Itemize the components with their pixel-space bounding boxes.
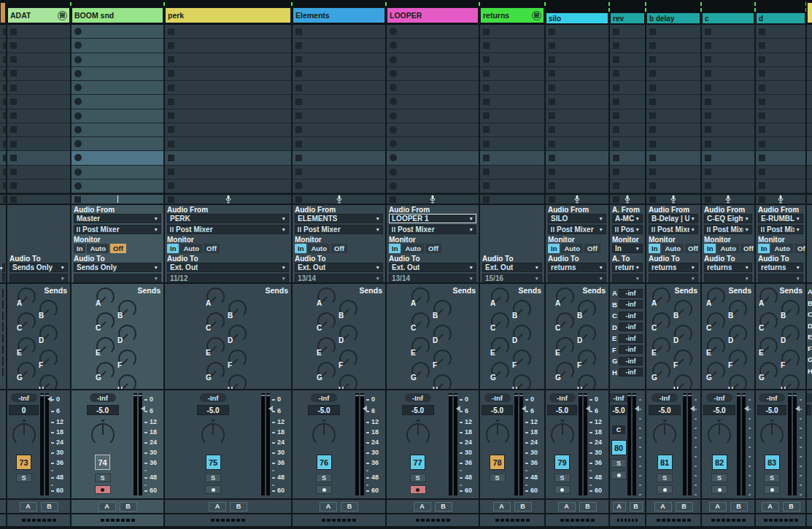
send-knob-F[interactable]: F bbox=[729, 350, 747, 368]
clip-slot[interactable] bbox=[7, 53, 70, 67]
clip-slot[interactable] bbox=[702, 39, 754, 53]
clip-slot[interactable] bbox=[480, 109, 544, 123]
send-knob-H[interactable]: H bbox=[513, 374, 531, 389]
clip-slot[interactable] bbox=[610, 179, 645, 193]
audio-to-chooser[interactable]: Ext. Out▼ bbox=[389, 263, 476, 272]
clip-slot[interactable] bbox=[546, 81, 608, 95]
crossfade-b-button[interactable]: B bbox=[230, 502, 247, 511]
send-knob-G[interactable]: G bbox=[411, 362, 430, 380]
audio-from-chooser[interactable]: SILO▼ bbox=[548, 214, 606, 223]
clip-slot[interactable] bbox=[71, 166, 163, 179]
send-value-field[interactable]: -inf bbox=[619, 368, 643, 377]
send-value-field[interactable]: -inf bbox=[619, 323, 643, 331]
clip-slot[interactable] bbox=[807, 123, 812, 137]
clip-slot[interactable] bbox=[293, 166, 385, 179]
clip-slot[interactable] bbox=[646, 123, 700, 137]
clip-slot[interactable] bbox=[756, 53, 805, 67]
send-knob-A[interactable]: A bbox=[411, 287, 430, 306]
clip-slot[interactable] bbox=[646, 25, 700, 39]
track-activator-button[interactable]: 78 bbox=[490, 455, 505, 470]
send-knob-E[interactable]: E bbox=[411, 337, 430, 355]
record-arm-button[interactable] bbox=[611, 471, 627, 479]
clip-slot[interactable] bbox=[165, 39, 291, 53]
send-knob-B[interactable]: B bbox=[39, 300, 58, 318]
clip-slot[interactable] bbox=[7, 109, 70, 123]
send-knob-H[interactable]: H bbox=[433, 374, 452, 389]
clip-slot[interactable] bbox=[546, 67, 608, 81]
output-channel-chooser[interactable]: ▼ bbox=[548, 274, 606, 282]
send-knob-C[interactable]: C bbox=[652, 312, 670, 331]
crossfade-a-button[interactable]: A bbox=[654, 502, 672, 511]
clip-slot[interactable] bbox=[646, 109, 700, 123]
clip-slot[interactable] bbox=[165, 166, 291, 179]
clip-slot[interactable] bbox=[71, 39, 163, 53]
clip-slot[interactable] bbox=[807, 81, 812, 95]
send-knob-F[interactable]: F bbox=[118, 350, 136, 368]
send-knob-G[interactable]: G bbox=[96, 362, 115, 380]
clip-slot[interactable] bbox=[165, 137, 291, 151]
audio-from-chooser[interactable]: PERK▼ bbox=[167, 214, 289, 223]
stop-clips-row[interactable] bbox=[293, 195, 385, 204]
clip-slot[interactable] bbox=[387, 151, 479, 165]
crossfade-b-button[interactable]: B bbox=[730, 502, 748, 511]
send-value-field[interactable] bbox=[2, 289, 4, 298]
clip-slot[interactable] bbox=[807, 39, 812, 53]
clip-slot[interactable] bbox=[480, 166, 544, 179]
track-activator-button[interactable]: 76 bbox=[317, 455, 332, 470]
send-knob-H[interactable]: H bbox=[39, 374, 58, 389]
clip-slot[interactable] bbox=[480, 25, 544, 39]
audio-from-chooser[interactable]: B-Delay | Ut▼ bbox=[649, 214, 698, 223]
audio-to-chooser[interactable]: Sends Only▼ bbox=[74, 263, 161, 272]
pan-knob[interactable] bbox=[549, 421, 576, 449]
crossfade-a-button[interactable]: A bbox=[493, 502, 511, 511]
track-title-returns[interactable]: returns bbox=[480, 7, 544, 23]
clip-slot[interactable] bbox=[71, 81, 163, 95]
crossfade-a-button[interactable]: A bbox=[613, 502, 626, 511]
monitor-auto-button[interactable]: Auto bbox=[717, 244, 739, 253]
clip-slot[interactable] bbox=[387, 81, 479, 95]
clip-slot[interactable] bbox=[387, 179, 479, 193]
monitor-off-button[interactable]: Off bbox=[110, 244, 126, 253]
send-knob-F[interactable]: F bbox=[781, 350, 800, 368]
volume-fader-marker[interactable] bbox=[456, 406, 460, 412]
clip-slot[interactable] bbox=[807, 166, 812, 179]
clip-slot[interactable] bbox=[387, 53, 479, 67]
solo-button[interactable]: S bbox=[95, 474, 111, 482]
clip-slot[interactable] bbox=[0, 151, 6, 165]
clip-slot[interactable] bbox=[610, 67, 645, 81]
clip-slot[interactable] bbox=[702, 151, 754, 165]
crossfade-b-button[interactable]: B bbox=[783, 502, 800, 511]
group-fold-icon[interactable] bbox=[58, 11, 67, 20]
solo-button[interactable]: S bbox=[205, 474, 221, 482]
send-knob-D[interactable]: D bbox=[729, 325, 747, 343]
volume-field[interactable]: -5.0 bbox=[308, 405, 340, 415]
track-title-silo[interactable]: silo bbox=[546, 12, 608, 24]
volume-fader-marker[interactable] bbox=[47, 396, 52, 402]
clip-slot[interactable] bbox=[387, 166, 479, 179]
monitor-auto-button[interactable]: Auto bbox=[402, 244, 424, 253]
clip-slot[interactable] bbox=[702, 179, 754, 193]
monitor-chooser[interactable]: In▼ bbox=[612, 244, 643, 253]
crossfade-a-button[interactable]: A bbox=[709, 502, 727, 511]
channel-position-chooser[interactable]: Post Mixer▼ bbox=[389, 225, 476, 234]
send-knob-E[interactable]: E bbox=[317, 337, 336, 355]
audio-to-chooser[interactable]: returns▼ bbox=[649, 263, 698, 272]
clip-slot[interactable] bbox=[7, 81, 70, 95]
clip-slot[interactable] bbox=[702, 25, 754, 39]
clip-slot[interactable] bbox=[546, 109, 608, 123]
send-knob-D[interactable]: D bbox=[433, 325, 452, 343]
track-activator-button[interactable]: 79 bbox=[554, 455, 570, 470]
send-knob-E[interactable]: E bbox=[96, 337, 115, 355]
clip-slot[interactable] bbox=[480, 39, 544, 53]
clip-slot[interactable] bbox=[807, 25, 812, 39]
record-arm-button[interactable] bbox=[554, 485, 571, 494]
send-knob-D[interactable]: D bbox=[39, 325, 58, 343]
send-knob-E[interactable]: E bbox=[759, 337, 778, 355]
pan-knob[interactable] bbox=[758, 421, 786, 449]
send-knob-A[interactable]: A bbox=[759, 287, 778, 306]
record-arm-button[interactable] bbox=[764, 485, 780, 494]
send-value-field[interactable]: -inf bbox=[619, 300, 643, 309]
volume-fader-marker[interactable] bbox=[635, 406, 639, 412]
channel-position-chooser[interactable]: Post Mixer▼ bbox=[548, 225, 606, 234]
clip-slot[interactable] bbox=[646, 179, 700, 193]
